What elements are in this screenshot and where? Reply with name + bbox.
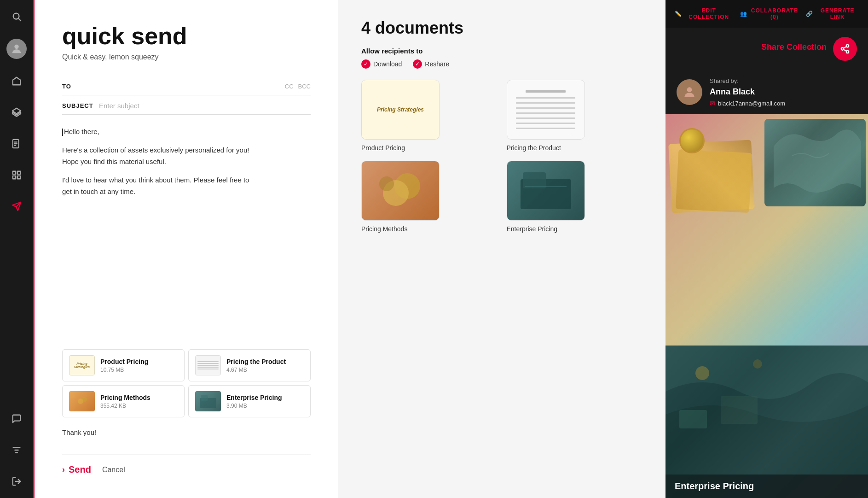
doc-size-4: 3.90 MB (226, 403, 304, 409)
form-actions: › Send Cancel (62, 464, 311, 475)
allow-reshare: ✓ Reshare (413, 59, 449, 69)
to-input[interactable] (99, 82, 285, 90)
document-icon[interactable] (7, 135, 26, 153)
allow-section: Allow recipients to ✓ Download ✓ Reshare (361, 47, 642, 69)
cc-button[interactable]: CC (285, 83, 294, 90)
email-body[interactable]: Hello there, Here's a collection of asse… (62, 126, 311, 338)
doc-item-3: Pricing Methods (361, 161, 498, 233)
doc-item-4: Enterprise Pricing (507, 161, 643, 233)
allow-download: ✓ Download (361, 59, 402, 69)
docs-thumbnail-grid: Pricing Strategies Product Pricing Prici… (361, 80, 642, 233)
home-icon[interactable] (7, 72, 26, 90)
subject-input[interactable] (99, 102, 311, 110)
user-avatar[interactable] (6, 39, 27, 59)
shared-email-row: ✉ black17anna@gmail.com (710, 100, 785, 107)
generate-link-label: GENERATE LINK (816, 7, 859, 20)
edit-icon: ✏️ (675, 11, 682, 17)
sidebar (0, 0, 35, 498)
collection-panel: ✏️ EDIT COLLECTION 👥 COLLABORATE (0) 🔗 G… (665, 0, 868, 498)
doc-name-1: Product Pricing (100, 358, 178, 365)
send-chevron: › (62, 465, 65, 475)
shared-avatar (677, 79, 702, 105)
page-subtitle: Quick & easy, lemon squeezy (62, 53, 311, 61)
doc-item-2: Pricing the Product (507, 80, 643, 152)
to-row: TO CC BCC (62, 78, 311, 95)
doc-card-pricing-product: Pricing the Product 4.67 MB (188, 349, 311, 381)
send-nav-icon[interactable] (7, 197, 26, 216)
bcc-button[interactable]: BCC (298, 83, 311, 90)
doc-large-name-1: Product Pricing (361, 144, 498, 152)
subject-label: SUBJECT (62, 102, 99, 109)
collaborate-button[interactable]: 👥 COLLABORATE (0) (740, 7, 799, 20)
allow-options: ✓ Download ✓ Reshare (361, 59, 642, 69)
share-collection-label: Share Collection (761, 42, 827, 52)
collaborate-icon: 👥 (740, 11, 747, 17)
filter-icon[interactable] (7, 441, 26, 459)
email-thanks: Thank you! (62, 428, 311, 436)
enterprise-image (665, 346, 868, 475)
svg-rect-11 (17, 176, 20, 179)
main-area: quick send Quick & easy, lemon squeezy T… (35, 0, 868, 498)
doc-size-2: 4.67 MB (226, 367, 304, 373)
map-visual (764, 119, 866, 206)
shared-by-row: Shared by: Anna Black ✉ black17anna@gmai… (665, 70, 868, 114)
cancel-button[interactable]: Cancel (102, 466, 125, 474)
svg-point-33 (687, 87, 692, 92)
doc-large-thumb-4 (507, 161, 585, 221)
doc-grid: Pricing Strategies Product Pricing 10.75… (62, 349, 311, 417)
svg-line-1 (18, 18, 21, 21)
share-collection-button[interactable] (833, 37, 857, 61)
edit-collection-button[interactable]: ✏️ EDIT COLLECTION (675, 7, 733, 20)
svg-rect-10 (13, 176, 16, 179)
documents-panel: 4 documents Allow recipients to ✓ Downlo… (338, 0, 665, 498)
link-icon: 🔗 (806, 11, 813, 17)
generate-link-button[interactable]: 🔗 GENERATE LINK (806, 7, 859, 20)
page-title: quick send (62, 23, 311, 49)
doc-large-thumb-1: Pricing Strategies (361, 80, 440, 140)
collection-header: ✏️ EDIT COLLECTION 👥 COLLABORATE (0) 🔗 G… (665, 0, 868, 28)
doc-name-4: Enterprise Pricing (226, 394, 304, 401)
svg-rect-9 (17, 171, 20, 174)
svg-rect-37 (679, 410, 707, 428)
shared-email-text: black17anna@gmail.com (718, 100, 785, 107)
cc-bcc-group: CC BCC (285, 83, 311, 90)
doc-size-1: 10.75 MB (100, 367, 178, 373)
collection-preview-area: Enterprise Pricing (665, 114, 868, 498)
doc-card-enterprise: Enterprise Pricing 3.90 MB (188, 385, 311, 417)
doc-card-pricing-methods: Pricing Methods 355.42 KB (62, 385, 185, 417)
share-collection-area: Share Collection (665, 28, 868, 70)
svg-line-31 (844, 49, 846, 51)
shared-by-text: Shared by: (710, 77, 785, 84)
svg-rect-21 (201, 395, 208, 401)
layout-icon[interactable] (7, 166, 26, 184)
svg-point-36 (753, 359, 762, 369)
docs-count: 4 documents (361, 18, 642, 38)
logout-icon[interactable] (7, 472, 26, 491)
svg-rect-26 (523, 172, 546, 188)
download-label: Download (373, 60, 402, 68)
send-label: Send (69, 464, 91, 475)
shared-name: Anna Black (710, 87, 785, 97)
money-visual-2 (676, 149, 752, 213)
collaborate-label: COLLABORATE (0) (750, 7, 799, 20)
svg-point-24 (379, 176, 394, 191)
doc-large-thumb-3 (361, 161, 440, 221)
doc-name-3: Pricing Methods (100, 394, 178, 401)
enterprise-title: Enterprise Pricing (675, 481, 859, 492)
enterprise-bottom-card: Enterprise Pricing (665, 346, 868, 498)
layers-icon[interactable] (7, 103, 26, 122)
search-icon[interactable] (7, 7, 26, 26)
svg-line-32 (844, 47, 846, 48)
email-line2: I'd love to hear what you think about th… (62, 174, 311, 198)
doc-thumb-enterprise (195, 391, 221, 411)
form-divider (62, 455, 311, 455)
doc-thumb-methods (69, 391, 95, 411)
doc-item-1: Pricing Strategies Product Pricing (361, 80, 498, 152)
download-check: ✓ (361, 59, 370, 69)
svg-rect-38 (721, 396, 758, 424)
chat-icon[interactable] (7, 410, 26, 428)
send-button[interactable]: › Send (62, 464, 91, 475)
svg-rect-8 (13, 171, 16, 174)
email-greeting: Hello there, (62, 126, 311, 138)
quick-send-panel: quick send Quick & easy, lemon squeezy T… (35, 0, 338, 498)
